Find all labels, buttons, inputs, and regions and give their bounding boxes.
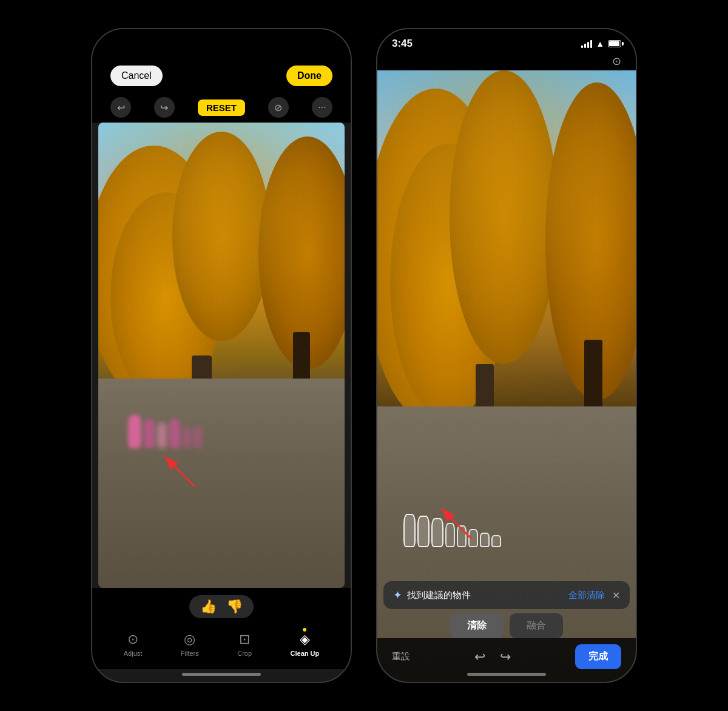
cancel-button[interactable]: Cancel: [110, 66, 163, 86]
signal-bar-2: [584, 44, 586, 48]
photo-area-1[interactable]: [98, 123, 345, 588]
home-indicator-2: [467, 673, 546, 676]
signal-bar-1: [581, 45, 583, 48]
thumbs-row: 👍 👎: [92, 588, 351, 625]
dynamic-island-2: [470, 36, 543, 57]
status-time: 3:45: [392, 38, 413, 50]
close-suggestion-button[interactable]: ✕: [612, 590, 620, 601]
crop-label: Crop: [237, 650, 252, 657]
redo-button[interactable]: ↪: [154, 97, 175, 118]
nav-item-filters[interactable]: ◎ Filters: [181, 632, 199, 657]
undo-button[interactable]: ↩: [110, 97, 131, 118]
bottom-controls-row: 重設 ↩ ↪ 完成: [392, 644, 621, 669]
photo-area-2[interactable]: ✦ 找到建議的物件 全部清除 ✕ 清除 融合 重設 ↩ ↪: [377, 70, 636, 682]
clear-all-button[interactable]: 全部清除: [568, 590, 605, 601]
phone-1: Cancel Done ↩ ↪ RESET ⊘ ···: [91, 28, 352, 683]
clear-button[interactable]: 清除: [450, 613, 504, 638]
merge-button[interactable]: 融合: [510, 613, 563, 638]
toolbar-row: ↩ ↪ RESET ⊘ ···: [92, 92, 351, 123]
help-icon[interactable]: ⊙: [612, 55, 621, 68]
red-arrow-2: [429, 496, 477, 547]
person-w-8: [491, 535, 501, 547]
svg-line-3: [441, 508, 471, 539]
crop-icon: ⊡: [239, 632, 250, 647]
suggestion-left: ✦ 找到建議的物件: [393, 588, 471, 602]
suggestion-text: 找到建議的物件: [407, 590, 471, 601]
undo-redo-row: ↩ ↪: [474, 649, 511, 665]
suggestion-right: 全部清除 ✕: [568, 590, 620, 601]
thumbs-down-button[interactable]: 👎: [226, 599, 243, 615]
people-highlight: [128, 318, 214, 448]
sparkle-icon: ✦: [393, 588, 402, 602]
photo-background-1: [98, 123, 345, 588]
filters-label: Filters: [181, 650, 199, 657]
person-w-1: [403, 514, 416, 547]
photo-background-2: ✦ 找到建議的物件 全部清除 ✕ 清除 融合 重設 ↩ ↪: [377, 70, 636, 682]
cleanup-icon: ◈: [300, 632, 310, 647]
phone-2: 3:45 ▲ ⊙: [376, 28, 637, 683]
thumbs-up-button[interactable]: 👍: [200, 599, 217, 615]
thumbs-container: 👍 👎: [189, 595, 254, 618]
bottom-nav-1: ⊙ Adjust ◎ Filters ⊡ Crop ◈ Clean Up: [92, 625, 351, 669]
person-w-7: [480, 533, 490, 547]
markup-button[interactable]: ⊘: [268, 97, 289, 118]
nav-item-cleanup[interactable]: ◈ Clean Up: [291, 632, 320, 657]
battery-fill: [609, 41, 619, 46]
person-1: [128, 415, 141, 448]
signal-bar-3: [587, 42, 589, 48]
battery-icon: [608, 40, 621, 47]
status-icons: ▲: [581, 39, 621, 49]
more-button[interactable]: ···: [312, 97, 332, 118]
undo-button-2[interactable]: ↩: [474, 649, 485, 665]
filters-icon: ◎: [184, 632, 195, 647]
person-w-2: [417, 516, 430, 547]
action-buttons: 清除 融合: [377, 613, 636, 638]
dynamic-island-1: [185, 36, 258, 57]
wifi-icon: ▲: [596, 39, 604, 49]
done-button-2[interactable]: 完成: [575, 644, 621, 669]
signal-bar-4: [590, 40, 592, 48]
reset-text-button[interactable]: 重設: [392, 651, 410, 662]
home-indicator-1: [182, 673, 261, 676]
nav-item-adjust[interactable]: ⊙ Adjust: [124, 632, 143, 657]
reset-button[interactable]: RESET: [198, 99, 245, 116]
nav-item-crop[interactable]: ⊡ Crop: [237, 632, 252, 657]
bottom-controls-2: 重設 ↩ ↪ 完成: [377, 638, 636, 682]
red-arrow-1: [152, 444, 201, 495]
adjust-label: Adjust: [124, 650, 143, 657]
svg-line-1: [164, 456, 195, 487]
suggestion-bar: ✦ 找到建議的物件 全部清除 ✕: [383, 581, 630, 609]
signal-bars: [581, 39, 592, 48]
cleanup-label: Clean Up: [291, 650, 320, 657]
done-button[interactable]: Done: [286, 66, 332, 86]
adjust-icon: ⊙: [127, 632, 138, 647]
redo-button-2[interactable]: ↪: [500, 649, 511, 665]
